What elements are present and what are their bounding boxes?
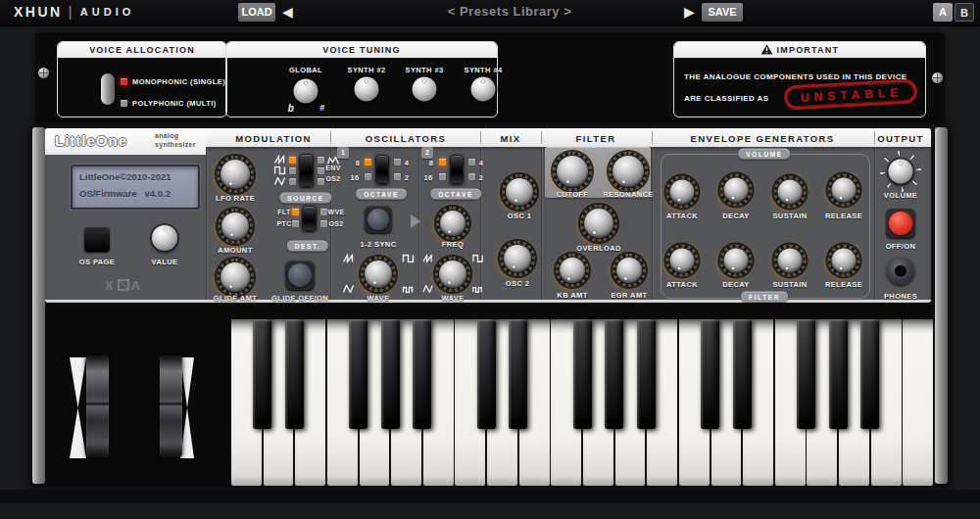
osc1-oct16-label: 16	[350, 173, 359, 182]
kb-amt-knob[interactable]	[556, 254, 589, 287]
black-key[interactable]	[381, 319, 400, 429]
vol-release-knob[interactable]	[828, 174, 860, 207]
flt-attack-label: ATTACK	[666, 280, 698, 289]
white-key[interactable]	[903, 319, 933, 486]
synth4-tune-knob[interactable]	[471, 77, 496, 102]
dest-flt-label: FLT	[277, 209, 291, 215]
black-key[interactable]	[509, 319, 527, 429]
osc2-oct4-label: 4	[479, 159, 484, 167]
mix-osc1-label: OSC 1	[508, 212, 532, 220]
amount-knob[interactable]	[218, 209, 253, 244]
black-key[interactable]	[733, 319, 752, 429]
monogram-a: A	[131, 278, 142, 293]
sync-label: 1-2 SYNC	[361, 240, 397, 249]
mod-source-switch[interactable]	[299, 154, 314, 187]
preset-name[interactable]: < Presets Library >	[363, 4, 657, 19]
voice-allocation-switch[interactable]	[101, 73, 115, 105]
filter-title: FILTER	[576, 133, 616, 144]
power-button[interactable]	[886, 209, 915, 238]
glide-amt-knob[interactable]	[217, 259, 254, 296]
triangle-wave-icon	[422, 285, 434, 294]
flat-symbol: b	[288, 103, 295, 114]
output-volume-knob[interactable]	[889, 160, 913, 184]
screw-icon	[38, 68, 49, 78]
next-preset-icon[interactable]: ▶	[684, 3, 695, 22]
flt-sustain-knob[interactable]	[774, 245, 807, 277]
black-key[interactable]	[349, 319, 368, 429]
black-key[interactable]	[285, 319, 304, 429]
sharp-symbol: #	[319, 103, 324, 113]
glide-on-off-button[interactable]	[285, 260, 315, 290]
voice-rack-unit: VOICE ALLOCATION MONOPHONIC (SINGLE) POL…	[35, 31, 945, 121]
egr-amt-knob[interactable]	[612, 254, 646, 287]
osc2-wave-knob[interactable]	[435, 257, 470, 292]
env-filter-pill: FILTER	[741, 292, 788, 303]
slot-a-button[interactable]: A	[933, 3, 953, 22]
osc2-oct2-led	[468, 173, 475, 180]
black-key[interactable]	[829, 319, 848, 429]
sync-button[interactable]	[365, 206, 392, 233]
mix-osc1-knob[interactable]	[502, 174, 537, 210]
osc2-oct16-led	[439, 173, 446, 180]
warning-line2: ARE CLASSIFIED AS	[684, 94, 769, 103]
mod-wheel[interactable]	[160, 355, 182, 457]
value-knob[interactable]	[152, 225, 177, 251]
square-wave-icon	[402, 255, 416, 263]
black-key[interactable]	[701, 319, 719, 429]
osc2-freq-knob[interactable]	[436, 207, 469, 240]
unstable-stamp: UNSTABLE	[783, 78, 918, 110]
flt-attack-knob[interactable]	[666, 245, 699, 277]
os-page-button[interactable]	[84, 226, 110, 252]
vol-attack-knob[interactable]	[666, 176, 699, 209]
mix-osc2-knob[interactable]	[500, 241, 535, 276]
cutoff-knob[interactable]	[553, 152, 592, 191]
black-key[interactable]	[605, 319, 623, 429]
mono-label[interactable]: MONOPHONIC (SINGLE)	[132, 77, 225, 86]
saw-wave-icon	[342, 255, 356, 263]
flt-decay-knob[interactable]	[720, 245, 753, 277]
black-key[interactable]	[860, 319, 879, 429]
panel-bottom-trim	[45, 300, 931, 303]
vol-sustain-knob[interactable]	[774, 176, 807, 209]
vol-release-label: RELEASE	[825, 212, 862, 220]
osc1-wave-knob[interactable]	[361, 257, 396, 292]
synth2-tune-knob[interactable]	[355, 77, 379, 102]
logo-panel: LittleOne analog synthesizer	[45, 128, 206, 155]
overload-knob[interactable]	[580, 205, 617, 242]
mod-dest-switch[interactable]	[302, 206, 317, 231]
osc2-oct16-label: 16	[423, 173, 432, 182]
osc1-octave-switch[interactable]	[375, 155, 389, 184]
section-divider	[206, 147, 207, 300]
square-wave-icon	[472, 255, 484, 263]
black-key[interactable]	[637, 319, 656, 429]
osc2-octave-switch[interactable]	[450, 155, 464, 184]
black-key[interactable]	[413, 319, 431, 429]
slot-b-button[interactable]: B	[955, 3, 974, 22]
vol-decay-knob[interactable]	[720, 174, 753, 207]
poly-label[interactable]: POLYPHONIC (MULTI)	[132, 99, 217, 108]
lfo-rate-knob[interactable]	[217, 156, 254, 193]
synth3-tune-knob[interactable]	[413, 77, 437, 102]
global-tune-knob[interactable]	[294, 79, 318, 104]
resonance-knob[interactable]	[609, 152, 648, 191]
cutoff-label: CUTOFF	[557, 190, 589, 199]
save-button[interactable]: SAVE	[702, 3, 743, 22]
black-key[interactable]	[797, 319, 815, 429]
important-box: IMPORTANT THE ANALOGUE COMPONENTS USED I…	[673, 41, 926, 118]
black-key[interactable]	[253, 319, 271, 429]
load-button[interactable]: LOAD	[238, 3, 275, 22]
value-label: VALUE	[152, 258, 178, 266]
titlebar: XHUN|AUDIO LOAD ◀ < Presets Library > ▶ …	[0, 0, 980, 26]
modulation-title: MODULATION	[235, 133, 312, 144]
pitch-wheel-slot	[70, 357, 86, 458]
black-key[interactable]	[477, 319, 496, 429]
prev-preset-icon[interactable]: ◀	[282, 3, 293, 22]
flt-release-knob[interactable]	[828, 245, 860, 277]
black-key[interactable]	[573, 319, 592, 429]
osc-link-arrow-icon	[411, 214, 420, 228]
square-wave-icon	[274, 166, 287, 175]
brand-logo: XHUN|AUDIO	[14, 4, 134, 20]
dest-os2-label: OS2	[328, 220, 343, 227]
pitch-wheel[interactable]	[86, 355, 109, 457]
phones-jack[interactable]	[887, 258, 914, 285]
